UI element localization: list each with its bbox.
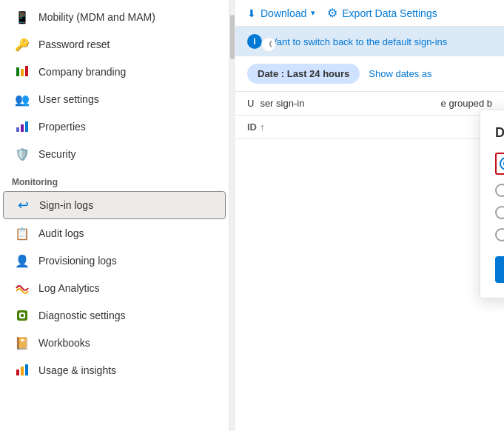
sidebar-item-label: Provisioning logs	[38, 255, 117, 267]
svg-rect-5	[25, 121, 28, 132]
svg-rect-2	[25, 66, 28, 76]
grouped-label: e grouped b	[441, 98, 492, 109]
download-button[interactable]: ⬇ Download ▾	[247, 7, 315, 19]
info-icon: i	[247, 34, 262, 49]
sidebar-item-label: Workbooks	[38, 337, 90, 349]
sign-in-icon: ↩	[16, 198, 30, 213]
workbooks-icon: 📔	[15, 335, 30, 350]
sidebar-item-usage-insights[interactable]: Usage & insights	[3, 357, 226, 384]
sidebar-item-label: Log Analytics	[38, 282, 100, 294]
radio-unselected-icon	[495, 228, 504, 241]
sidebar-item-properties[interactable]: Properties	[3, 113, 226, 140]
popup-title: Date	[495, 125, 504, 141]
date-option-custom-time[interactable]: Custom time interval	[495, 228, 504, 241]
sidebar-item-label: Password reset	[38, 39, 110, 50]
export-label: Export Data Settings	[342, 7, 437, 19]
sidebar-item-company-branding[interactable]: Company branding	[3, 59, 226, 85]
sort-icon: ↑	[260, 121, 265, 133]
scrollbar[interactable]	[229, 0, 235, 431]
analytics-icon	[15, 281, 30, 295]
scroll-thumb[interactable]	[230, 15, 235, 59]
security-icon: 🛡️	[15, 147, 30, 161]
main-content: ⬇ Download ▾ ⚙ Export Data Settings i Wa…	[235, 0, 504, 431]
sidebar: 📱 Mobility (MDM and MAM) 🔑 Password rese…	[0, 0, 229, 431]
sidebar-item-label: Usage & insights	[38, 364, 116, 376]
selected-option-box: Last 1 month	[495, 153, 504, 175]
sidebar-item-label: Mobility (MDM and MAM)	[38, 11, 155, 23]
sidebar-item-label: User settings	[38, 93, 99, 105]
toolbar: ⬇ Download ▾ ⚙ Export Data Settings	[235, 0, 504, 27]
audit-icon: 📋	[15, 226, 30, 241]
id-col-header: ID	[247, 121, 257, 133]
sidebar-item-label: Security	[38, 148, 76, 160]
sidebar-item-log-analytics[interactable]: Log Analytics	[3, 275, 226, 301]
radio-unselected-icon	[495, 206, 504, 219]
branding-icon	[15, 64, 30, 79]
collapse-button[interactable]: 《	[261, 37, 276, 52]
u-col-label: U	[247, 98, 254, 109]
provisioning-icon: 👤	[15, 253, 30, 268]
properties-icon	[15, 119, 30, 134]
col-headers: ID ↑	[235, 116, 504, 139]
user-settings-icon: 👥	[15, 92, 30, 107]
table-header-area: U ser sign-in e grouped b	[235, 92, 504, 116]
svg-rect-4	[21, 124, 24, 132]
date-chip-button[interactable]: Date : Last 24 hours	[247, 64, 360, 84]
sidebar-item-password-reset[interactable]: 🔑 Password reset	[3, 31, 226, 58]
svg-rect-3	[16, 127, 19, 132]
sidebar-item-label: Company branding	[38, 66, 126, 78]
date-chip-value: Last 24 hours	[287, 68, 350, 79]
export-button[interactable]: ⚙ Export Data Settings	[327, 6, 437, 20]
sidebar-item-sign-in-logs[interactable]: ↩ Sign-in logs	[3, 191, 226, 219]
sidebar-item-label: Diagnostic settings	[38, 310, 126, 321]
sidebar-item-mobility[interactable]: 📱 Mobility (MDM and MAM)	[3, 4, 226, 30]
user-sign-in-label: ser sign-in	[260, 98, 304, 109]
sidebar-item-audit-logs[interactable]: 📋 Audit logs	[3, 220, 226, 247]
date-popup: Date Last 1 month Last 7 days Last 24 ho…	[480, 110, 504, 298]
sidebar-item-label: Sign-in logs	[39, 199, 93, 211]
sidebar-item-security[interactable]: 🛡️ Security	[3, 141, 226, 167]
sidebar-item-label: Audit logs	[38, 227, 84, 239]
sidebar-item-diagnostic-settings[interactable]: Diagnostic settings	[3, 302, 226, 329]
apply-button[interactable]: Apply	[495, 256, 504, 283]
download-icon: ⬇	[247, 7, 256, 19]
sidebar-item-user-settings[interactable]: 👥 User settings	[3, 86, 226, 113]
monitoring-section-label: Monitoring	[0, 168, 229, 190]
date-chip-prefix: Date :	[258, 68, 287, 79]
sidebar-item-label: Properties	[38, 121, 86, 133]
date-option-last-24-hours[interactable]: Last 24 hours	[495, 206, 504, 219]
download-chevron-icon: ▾	[311, 8, 315, 18]
mobility-icon: 📱	[15, 10, 30, 24]
radio-unselected-icon	[495, 184, 504, 197]
collapse-icon: 《	[265, 39, 272, 50]
filter-bar: Date : Last 24 hours Show dates as	[235, 56, 504, 92]
svg-rect-10	[21, 367, 24, 375]
usage-icon	[15, 363, 30, 378]
download-label: Download	[261, 7, 306, 19]
svg-rect-1	[21, 69, 24, 76]
sidebar-item-provisioning-logs[interactable]: 👤 Provisioning logs	[3, 247, 226, 274]
date-option-last-1-month[interactable]: Last 1 month	[495, 153, 504, 175]
show-dates-button[interactable]: Show dates as	[369, 68, 431, 79]
svg-rect-0	[16, 67, 19, 76]
svg-rect-8	[21, 314, 24, 317]
radio-selected-icon	[500, 157, 504, 170]
password-icon: 🔑	[15, 37, 30, 52]
diagnostic-icon	[15, 308, 30, 323]
date-option-last-7-days[interactable]: Last 7 days	[495, 184, 504, 197]
gear-icon: ⚙	[327, 6, 337, 20]
svg-rect-11	[25, 364, 28, 375]
info-text: Want to switch back to the default sign-…	[268, 36, 447, 47]
svg-rect-9	[16, 370, 19, 375]
sidebar-item-workbooks[interactable]: 📔 Workbooks	[3, 330, 226, 356]
